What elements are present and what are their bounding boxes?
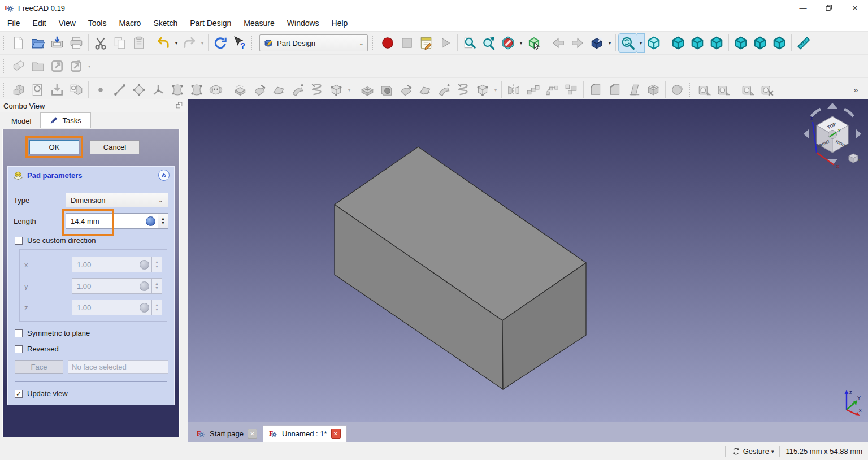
- collapse-section-button[interactable]: [158, 170, 170, 181]
- view-rear-button[interactable]: [732, 34, 750, 52]
- menu-tools[interactable]: Tools: [82, 16, 113, 30]
- expression-editor-icon[interactable]: [146, 216, 155, 226]
- view-left-icon: [772, 36, 787, 50]
- fit-selection-button[interactable]: [480, 34, 498, 52]
- expression-editor-icon: [140, 281, 149, 291]
- tab-close-button[interactable]: ✕: [331, 429, 341, 439]
- minimize-button[interactable]: —: [790, 0, 816, 16]
- menu-file[interactable]: File: [1, 16, 27, 30]
- navigation-cube[interactable]: TOP FRONT RIGHT z x Y ▾: [801, 102, 863, 168]
- reversed-checkbox[interactable]: [15, 345, 23, 353]
- create-sketch-button: [29, 81, 47, 99]
- whats-this-button[interactable]: ?: [231, 34, 249, 52]
- toolbar-grip[interactable]: [3, 59, 6, 73]
- create-group-icon: [31, 59, 45, 73]
- tab-tasks[interactable]: Tasks: [40, 112, 90, 128]
- clipping-plane-button[interactable]: [499, 34, 517, 52]
- view-axonometric-button[interactable]: [645, 34, 663, 52]
- navigation-style-selector[interactable]: Gesture ▾: [731, 446, 774, 456]
- navcube-mini-cube[interactable]: [849, 154, 858, 163]
- menu-part-design[interactable]: Part Design: [184, 16, 237, 30]
- gesture-icon: [731, 446, 741, 456]
- custom-direction-checkbox[interactable]: [15, 237, 23, 245]
- 3d-viewport[interactable]: TOP FRONT RIGHT z x Y ▾: [188, 99, 868, 422]
- view-top-button[interactable]: [688, 34, 706, 52]
- sync-view-dropdown[interactable]: ▾: [637, 34, 644, 52]
- navcube-arrow-right[interactable]: [856, 129, 861, 139]
- toolbar-grip[interactable]: [251, 36, 254, 50]
- open-file-button[interactable]: [29, 34, 47, 52]
- face-selected-field: No face selected: [68, 360, 168, 374]
- symmetric-checkbox[interactable]: [15, 329, 23, 337]
- sync-view-button[interactable]: [619, 34, 637, 52]
- macro-run-icon: [438, 36, 453, 50]
- toolbar-separator: [228, 81, 228, 98]
- linked-object-button[interactable]: [588, 34, 606, 52]
- menu-help[interactable]: Help: [326, 16, 354, 30]
- chevron-down-icon: ▾: [771, 449, 774, 454]
- document-tab-start-page[interactable]: FStart page✕: [191, 426, 263, 442]
- svg-text:?: ?: [240, 41, 245, 50]
- document-tab-unnamed-1[interactable]: FUnnamed : 1*✕: [263, 425, 347, 442]
- cancel-button[interactable]: Cancel: [90, 140, 140, 154]
- measure-distance-button[interactable]: [795, 34, 813, 52]
- view-right-icon: [709, 36, 724, 50]
- clipping-plane-dropdown[interactable]: ▾: [518, 34, 524, 52]
- menu-view[interactable]: View: [53, 16, 82, 30]
- toolbar-grip[interactable]: [3, 36, 6, 50]
- cut-button[interactable]: [92, 34, 110, 52]
- additive-primitive-dropdown: ▾: [346, 81, 353, 99]
- navcube-arrow-left[interactable]: [804, 129, 809, 139]
- subtractive-primitive-button: [474, 81, 492, 99]
- view-bottom-button[interactable]: [751, 34, 769, 52]
- menu-edit[interactable]: Edit: [27, 16, 53, 30]
- fit-all-icon: [462, 36, 477, 50]
- pad-solid[interactable]: [335, 147, 586, 389]
- clone-icon: [189, 83, 204, 97]
- statusbar-separator: [725, 446, 726, 457]
- box-element-selection-button[interactable]: [525, 34, 543, 52]
- length-spinner[interactable]: ▲▼: [158, 213, 168, 229]
- toolbar-grip[interactable]: [372, 36, 375, 50]
- tab-model[interactable]: Model: [2, 114, 40, 128]
- groove-icon: [398, 83, 413, 97]
- type-select[interactable]: Dimension ⌄: [66, 193, 168, 207]
- redo-button: [180, 34, 198, 52]
- view-front-button[interactable]: [669, 34, 687, 52]
- navcube-arrow-up[interactable]: [827, 103, 837, 109]
- macro-edit-button[interactable]: [417, 34, 435, 52]
- workbench-selector[interactable]: Part Design⌄: [259, 34, 368, 51]
- menu-measure[interactable]: Measure: [237, 16, 280, 30]
- toolbar-grip[interactable]: [689, 83, 692, 97]
- toolbar-grip[interactable]: [3, 83, 6, 97]
- close-button[interactable]: ✕: [842, 0, 868, 16]
- attach-sketch-icon: [50, 83, 64, 97]
- view-left-button[interactable]: [770, 34, 788, 52]
- menu-windows[interactable]: Windows: [281, 16, 326, 30]
- fit-all-button[interactable]: [461, 34, 479, 52]
- print-button: [67, 34, 85, 52]
- float-panel-icon[interactable]: [175, 101, 183, 111]
- toolbar-overflow-button[interactable]: »: [849, 81, 867, 99]
- toolbar-separator: [501, 81, 502, 98]
- refresh-button[interactable]: [211, 34, 229, 52]
- menu-macro[interactable]: Macro: [112, 16, 147, 30]
- datum-line-icon: [112, 83, 127, 97]
- undo-dropdown[interactable]: ▾: [173, 34, 180, 52]
- view-right-button[interactable]: [708, 34, 726, 52]
- measure-distance-icon: [796, 36, 811, 50]
- ok-button[interactable]: OK: [29, 140, 79, 154]
- navcube-rotate-arrows[interactable]: [811, 109, 853, 116]
- undo-button[interactable]: [154, 34, 172, 52]
- navcube-menu-caret[interactable]: ▾: [858, 158, 861, 163]
- restore-button[interactable]: [816, 0, 842, 16]
- update-view-checkbox[interactable]: ✓: [15, 390, 23, 398]
- save-file-button[interactable]: [48, 34, 66, 52]
- length-input[interactable]: 14.4 mm: [66, 213, 158, 229]
- macro-record-button[interactable]: [379, 34, 397, 52]
- menu-sketch[interactable]: Sketch: [147, 16, 184, 30]
- document-tab-label: Unnamed : 1*: [282, 429, 327, 438]
- tab-close-button[interactable]: ✕: [248, 429, 257, 439]
- macro-stop-button: [398, 34, 416, 52]
- linked-object-dropdown[interactable]: ▾: [606, 34, 613, 52]
